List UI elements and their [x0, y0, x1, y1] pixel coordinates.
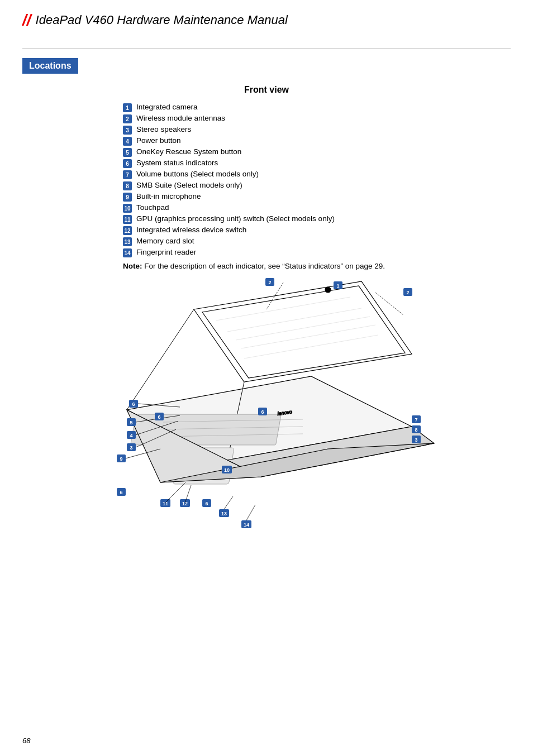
item-number-badge: 5 [123, 148, 132, 157]
item-text: Power button [136, 136, 181, 145]
svg-text:3: 3 [415, 437, 417, 443]
svg-text:5: 5 [130, 420, 132, 425]
list-item: 14Fingerprint reader [123, 248, 511, 257]
page-title: IdeaPad V460 Hardware Maintenance Manual [36, 13, 288, 27]
list-item: 13Memory card slot [123, 237, 511, 246]
svg-line-5 [244, 335, 378, 358]
svg-line-2 [227, 308, 361, 332]
item-number-badge: 13 [123, 237, 132, 246]
item-text: Touchpad [136, 203, 169, 212]
header-divider [22, 49, 511, 49]
list-item: 3Stereo speakers [123, 125, 511, 135]
svg-line-1 [216, 297, 350, 320]
svg-text:4: 4 [130, 433, 132, 438]
item-number-badge: 7 [123, 170, 132, 179]
section-label: Locations [22, 58, 511, 85]
item-number-badge: 9 [123, 193, 132, 202]
item-number-badge: 2 [123, 114, 132, 123]
svg-text:11: 11 [163, 501, 168, 506]
svg-point-0 [325, 287, 331, 293]
item-number-badge: 6 [123, 159, 132, 168]
item-text: Stereo speakers [136, 125, 191, 133]
list-item: 8SMB Suite (Select models only) [123, 181, 511, 190]
svg-text:13: 13 [221, 511, 227, 516]
subsection-title: Front view [22, 85, 511, 95]
svg-text:14: 14 [244, 522, 249, 528]
svg-line-62 [246, 505, 255, 520]
item-number-badge: 10 [123, 204, 132, 213]
svg-text:6: 6 [205, 501, 208, 506]
page-number: 68 [22, 736, 30, 745]
item-number-badge: 3 [123, 126, 132, 135]
svg-text:7: 7 [415, 417, 417, 423]
item-text: Fingerprint reader [136, 248, 196, 256]
svg-text:2: 2 [406, 290, 409, 295]
diagram-container: lenovo 1 2 2 6 5 4 3 6 [22, 276, 511, 544]
list-item: 9Built-in microphone [123, 192, 511, 202]
page-header: // IdeaPad V460 Hardware Maintenance Man… [22, 11, 511, 32]
front-view-list: 1Integrated camera2Wireless module anten… [123, 103, 511, 257]
item-text: Wireless module antennas [136, 114, 225, 122]
list-item: 11GPU (graphics processing unit) switch … [123, 214, 511, 224]
item-text: Memory card slot [136, 237, 194, 245]
list-item: 10Touchpad [123, 203, 511, 213]
item-text: GPU (graphics processing unit) switch (S… [136, 214, 335, 223]
item-text: SMB Suite (Select models only) [136, 181, 242, 189]
svg-text:10: 10 [224, 467, 230, 473]
note-line: Note: For the description of each indica… [123, 262, 511, 270]
item-number-badge: 8 [123, 181, 132, 190]
item-text: Integrated wireless device switch [136, 226, 246, 234]
item-number-badge: 4 [123, 137, 132, 146]
item-number-badge: 12 [123, 226, 132, 235]
item-number-badge: 11 [123, 215, 132, 224]
svg-text:6: 6 [132, 401, 135, 407]
item-text: Volume buttons (Select models only) [136, 170, 259, 178]
list-item: 6System status indicators [123, 159, 511, 168]
note-text: For the description of each indicator, s… [144, 262, 385, 270]
svg-text:9: 9 [120, 456, 122, 462]
svg-text:1: 1 [336, 283, 339, 289]
svg-text:2: 2 [268, 280, 271, 285]
svg-text:8: 8 [415, 427, 417, 433]
svg-line-13 [375, 293, 403, 315]
item-number-badge: 1 [123, 103, 132, 112]
item-number-badge: 14 [123, 248, 132, 257]
svg-text:12: 12 [182, 501, 188, 506]
list-item: 5OneKey Rescue System button [123, 147, 511, 157]
svg-text:3: 3 [130, 445, 132, 451]
note-label: Note: [123, 262, 142, 270]
svg-text:6: 6 [158, 414, 160, 420]
svg-line-61 [224, 496, 233, 509]
list-item: 2Wireless module antennas [123, 114, 511, 123]
svg-text:6: 6 [261, 409, 264, 415]
svg-line-3 [236, 317, 370, 340]
list-item: 1Integrated camera [123, 103, 511, 112]
list-item: 12Integrated wireless device switch [123, 226, 511, 235]
item-text: OneKey Rescue System button [136, 147, 241, 156]
svg-text:6: 6 [120, 490, 122, 495]
laptop-diagram: lenovo 1 2 2 6 5 4 3 6 [93, 276, 440, 544]
list-item: 4Power button [123, 136, 511, 146]
svg-line-4 [241, 325, 375, 348]
logo-icon: // [22, 11, 31, 29]
item-text: Built-in microphone [136, 192, 201, 200]
item-text: System status indicators [136, 159, 218, 167]
item-text: Integrated camera [136, 103, 198, 111]
list-item: 7Volume buttons (Select models only) [123, 170, 511, 179]
